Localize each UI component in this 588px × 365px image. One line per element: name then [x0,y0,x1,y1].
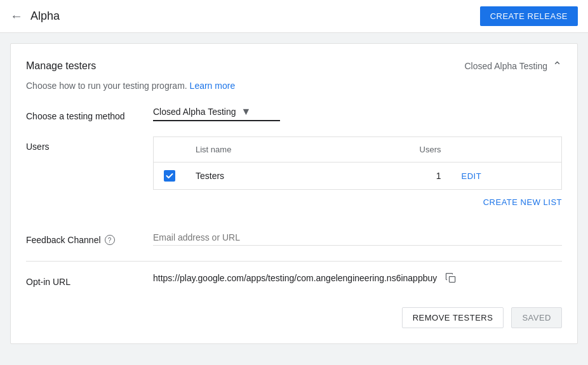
table-header-list-name: List name [185,137,338,163]
create-release-button[interactable]: CREATE RELEASE [480,6,578,26]
edit-link[interactable]: EDIT [462,171,482,181]
optin-url-label: Opt-in URL [26,272,153,287]
feedback-channel-control [153,230,562,246]
saved-button: SAVED [511,307,562,328]
table-cell-list-name: Testers [185,163,338,190]
users-label: Users [26,136,153,152]
table-cell-users-count: 1 [338,163,451,190]
create-new-list-button[interactable]: CREATE NEW LIST [483,197,562,207]
optin-url-value-row: https://play.google.com/apps/testing/com… [153,272,562,284]
copy-svg [444,272,457,284]
checkmark-icon [166,172,173,180]
users-table: List name Users [153,136,562,190]
testing-method-dropdown[interactable]: Closed Alpha Testing ▼ [153,106,280,121]
learn-more-link[interactable]: Learn more [190,81,236,91]
optin-url-row: Opt-in URL https://play.google.com/apps/… [26,272,562,287]
section-title: Manage testers [26,60,96,72]
feedback-channel-label-text: Feedback Channel [26,235,101,245]
table-header-users: Users [338,137,451,163]
main-content: Manage testers Closed Alpha Testing ⌃ Ch… [10,43,578,344]
optin-url-control: https://play.google.com/apps/testing/com… [153,272,562,284]
page-title: Alpha [30,10,60,23]
remove-testers-button[interactable]: REMOVE TESTERS [402,307,504,328]
subtitle-text: Choose how to run your testing program. [26,81,187,91]
svg-rect-0 [450,277,455,282]
topbar: ← Alpha CREATE RELEASE [0,0,588,33]
copy-icon[interactable] [444,272,457,284]
divider [26,261,562,262]
table-header-row: List name Users [154,137,562,163]
testing-method-value: Closed Alpha Testing [153,107,236,117]
dropdown-arrow-icon: ▼ [241,106,251,117]
testing-method-label: Choose a testing method [26,106,153,121]
users-row: Users List name Users [26,136,562,215]
create-list-row: CREATE NEW LIST [153,190,562,215]
table-cell-checkbox[interactable] [154,163,186,190]
table-header-checkbox-col [154,137,186,163]
subtitle: Choose how to run your testing program. … [26,81,562,91]
section-tag-label: Closed Alpha Testing [465,61,548,71]
testing-method-control: Closed Alpha Testing ▼ [153,106,562,121]
topbar-left: ← Alpha [10,9,60,23]
feedback-channel-label: Feedback Channel ? [26,230,153,245]
section-tag: Closed Alpha Testing ⌃ [465,59,563,73]
table-header-actions [451,137,562,163]
table-row: Testers 1 EDIT [154,163,562,190]
optin-url-text: https://play.google.com/apps/testing/com… [153,273,437,283]
bottom-actions: REMOVE TESTERS SAVED [26,302,562,328]
chevron-up-icon[interactable]: ⌃ [552,59,562,73]
feedback-channel-row: Feedback Channel ? [26,230,562,246]
section-header: Manage testers Closed Alpha Testing ⌃ [26,59,562,73]
testing-method-row: Choose a testing method Closed Alpha Tes… [26,106,562,121]
feedback-channel-input[interactable] [153,230,562,246]
users-control: List name Users [153,136,562,215]
back-button[interactable]: ← [10,9,23,23]
checkbox-checked[interactable] [164,170,175,182]
info-icon[interactable]: ? [105,235,115,245]
table-cell-edit[interactable]: EDIT [451,163,562,190]
